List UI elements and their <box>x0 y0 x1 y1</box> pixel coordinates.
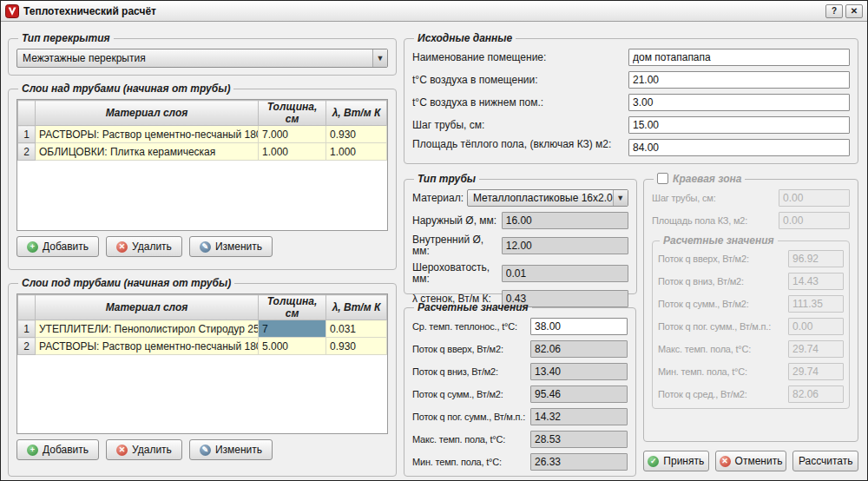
remove-button-label: Удалить <box>132 444 172 456</box>
cell-material[interactable]: ОБЛИЦОВКИ: Плитка керамическая <box>36 143 259 161</box>
room-temp-label: t°С воздуха в помещении: <box>412 75 628 86</box>
room-temp-input[interactable] <box>628 71 850 89</box>
edit-button-label: Изменить <box>215 240 262 253</box>
flow-up-field <box>530 340 628 358</box>
cell-thickness[interactable]: 1.000 <box>259 143 326 161</box>
table-row[interactable]: 2 ОБЛИЦОВКИ: Плитка керамическая 1.000 1… <box>18 143 387 161</box>
flow-down-field <box>530 363 628 380</box>
add-layer-below-button[interactable]: + Добавить <box>16 439 99 460</box>
ez-min-floor-temp-label: Мин. темп. пола, t°С: <box>658 366 788 378</box>
cell-material[interactable]: РАСТВОРЫ: Раствор цементно-песчаный 1800 <box>36 338 259 355</box>
remove-layer-below-button[interactable]: ✕ Удалить <box>106 439 182 460</box>
lower-room-temp-input[interactable] <box>628 94 850 111</box>
col-header-material: Материал слоя <box>36 101 259 126</box>
edit-layer-above-button[interactable]: ✎ Изменить <box>189 236 273 257</box>
cancel-button[interactable]: ✕ Отменить <box>715 451 787 471</box>
close-button[interactable]: ✕ <box>845 4 863 18</box>
table-row[interactable]: 2 РАСТВОРЫ: Раствор цементно-песчаный 18… <box>18 338 387 355</box>
remove-icon: ✕ <box>116 445 128 456</box>
cell-lambda[interactable]: 0.031 <box>326 320 387 338</box>
chevron-down-icon[interactable]: ▼ <box>613 190 628 206</box>
floor-area-input[interactable] <box>628 139 850 156</box>
edit-layer-below-button[interactable]: ✎ Изменить <box>189 439 273 460</box>
edit-button-label: Изменить <box>215 444 262 456</box>
layers-below-table[interactable]: Материал слоя Толщина, см λ, Вт/м К 1 УТ… <box>16 293 388 434</box>
cancel-icon: ✕ <box>720 456 731 467</box>
table-row[interactable]: 1 УТЕПЛИТЕЛИ: Пенополистирол Стиродур 25… <box>18 320 387 338</box>
add-button-label: Добавить <box>43 240 89 253</box>
inner-diameter-field <box>502 237 628 254</box>
calc-values-group: Расчетные значения Ср. темп. теплонос., … <box>404 301 636 477</box>
layers-below-group-title: Слои под трубами (начиная от трубы) <box>18 277 234 289</box>
ez-flow-avg-label: Поток q сред., Вт/м2: <box>658 389 788 400</box>
floor-type-group-title: Тип перекрытия <box>18 32 114 44</box>
dialog-window: Теплотехнический расчёт ? ✕ Тип перекрыт… <box>0 0 868 481</box>
floor-type-selected-value: Межэтажные перекрытия <box>23 52 372 64</box>
add-button-label: Добавить <box>43 444 89 456</box>
cell-lambda[interactable]: 0.930 <box>326 338 387 355</box>
window-title: Теплотехнический расчёт <box>23 5 823 17</box>
add-layer-above-button[interactable]: + Добавить <box>16 236 99 257</box>
edit-icon: ✎ <box>200 241 211 253</box>
edge-zone-calc-group: Расчетные значения Поток q вверх, Вт/м2:… <box>652 234 850 409</box>
help-button[interactable]: ? <box>825 4 843 18</box>
col-header-lambda: λ, Вт/м К <box>326 101 387 126</box>
col-header-thickness: Толщина, см <box>259 101 326 126</box>
cell-material[interactable]: УТЕПЛИТЕЛИ: Пенополистирол Стиродур 2500… <box>36 320 259 338</box>
ez-max-floor-temp-field <box>788 340 844 358</box>
app-icon <box>5 4 19 18</box>
outer-diameter-field <box>502 212 628 229</box>
ez-flow-linear-sum-label: Поток q пог. сумм., Вт/м.п.: <box>658 321 788 333</box>
ez-area-field <box>779 212 850 229</box>
min-floor-temp-field <box>530 453 628 471</box>
max-floor-temp-label: Макс. темп. пола, t°С: <box>412 434 530 445</box>
source-data-group-title: Исходные данные <box>414 32 516 44</box>
room-name-label: Наименование помещение: <box>412 52 628 63</box>
pipe-step-input[interactable] <box>628 116 850 134</box>
room-name-input[interactable] <box>628 49 850 66</box>
flow-sum-label: Поток q сумм., Вт/м2: <box>412 389 530 400</box>
table-header-row: Материал слоя Толщина, см λ, Вт/м К <box>18 295 387 320</box>
accept-button[interactable]: ✓ Принять <box>643 451 709 471</box>
cell-material[interactable]: РАСТВОРЫ: Раствор цементно-песчаный 1800 <box>36 126 259 143</box>
chevron-down-icon[interactable]: ▼ <box>372 49 387 67</box>
layers-above-group: Слои над трубами (начиная от трубы) Мате… <box>8 82 397 270</box>
edge-zone-checkbox[interactable] <box>657 173 668 184</box>
source-data-group: Исходные данные Наименование помещение: … <box>404 32 858 164</box>
title-bar[interactable]: Теплотехнический расчёт ? ✕ <box>1 1 867 22</box>
floor-area-label: Площадь тёплого пола, (включая КЗ) м2: <box>412 139 628 150</box>
pipe-material-selected-value: Металлопластиковые 16х2.0 <box>473 192 613 204</box>
calculate-button-label: Рассчитать <box>799 455 853 467</box>
row-number: 2 <box>18 338 36 355</box>
add-icon: + <box>27 241 38 253</box>
cell-lambda[interactable]: 1.000 <box>326 143 387 161</box>
add-icon: + <box>27 445 38 456</box>
layers-above-table[interactable]: Материал слоя Толщина, см λ, Вт/м К 1 РА… <box>16 99 388 231</box>
cancel-button-label: Отменить <box>735 455 783 467</box>
calculate-button[interactable]: Рассчитать <box>792 451 858 471</box>
col-header-material: Материал слоя <box>36 295 259 320</box>
flow-linear-sum-label: Поток q пог. сумм., Вт/м.п.: <box>412 412 530 423</box>
min-floor-temp-label: Мин. темп. пола, t°С: <box>412 457 530 468</box>
remove-layer-above-button[interactable]: ✕ Удалить <box>106 236 182 257</box>
remove-button-label: Удалить <box>132 240 172 253</box>
pipe-step-label: Шаг трубы, см: <box>412 120 628 131</box>
edge-zone-group-title: Краевая зона <box>654 173 745 185</box>
cell-thickness-selected[interactable]: 7 <box>259 320 326 338</box>
avg-coolant-temp-input[interactable] <box>530 318 628 335</box>
floor-type-select[interactable]: Межэтажные перекрытия ▼ <box>16 49 388 68</box>
cell-lambda[interactable]: 0.930 <box>326 126 387 143</box>
table-row[interactable]: 1 РАСТВОРЫ: Раствор цементно-песчаный 18… <box>18 126 387 143</box>
pipe-material-select[interactable]: Металлопластиковые 16х2.0 ▼ <box>467 189 628 207</box>
corner-header-cell <box>18 295 36 320</box>
max-floor-temp-field <box>530 431 628 448</box>
table-header-row: Материал слоя Толщина, см λ, Вт/м К <box>18 101 387 126</box>
ez-flow-up-label: Поток q вверх, Вт/м2: <box>658 254 788 265</box>
ez-flow-up-field <box>788 250 844 267</box>
cell-thickness[interactable]: 5.000 <box>259 338 326 355</box>
accept-icon: ✓ <box>648 456 659 467</box>
flow-up-label: Поток q вверх, Вт/м2: <box>412 344 530 355</box>
accept-button-label: Принять <box>663 455 704 467</box>
cell-thickness[interactable]: 7.000 <box>259 126 326 143</box>
ez-flow-linear-sum-field <box>788 318 844 335</box>
